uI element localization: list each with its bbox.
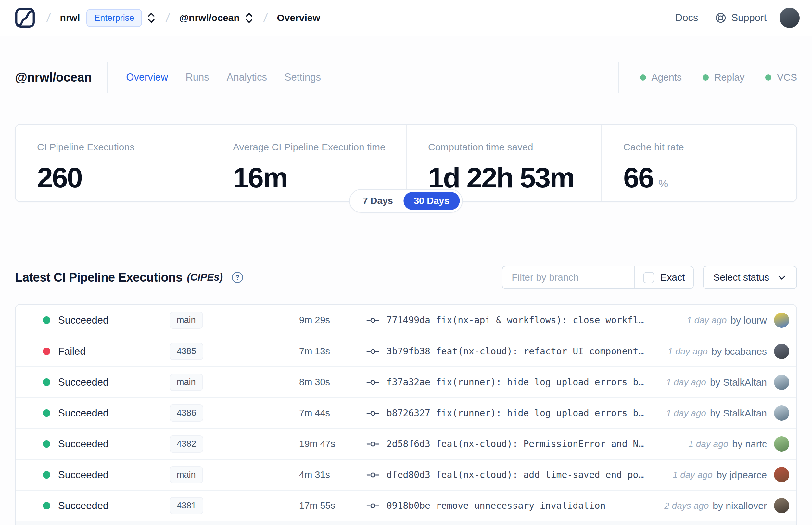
git-commit-icon	[366, 470, 379, 480]
stat-value: 16m	[233, 161, 287, 194]
avatar	[774, 375, 789, 390]
branch-filter-group: Exact	[502, 266, 694, 289]
indicator-agents[interactable]: Agents	[640, 72, 682, 83]
nx-cloud-logo-icon[interactable]	[15, 8, 35, 28]
stat-label: Average CI Pipeline Execution time	[233, 141, 399, 153]
time-ago: 1 day ago	[673, 470, 713, 480]
time-ago: 1 day ago	[666, 377, 706, 388]
org-selector-icon[interactable]	[147, 11, 156, 24]
breadcrumb-page[interactable]: Overview	[277, 12, 320, 24]
duration: 7m 13s	[257, 346, 348, 357]
indicator-label: Replay	[714, 72, 745, 83]
meta-cell: 1 day ago by bcabanes	[668, 344, 789, 359]
status-cell: Succeeded	[43, 469, 170, 481]
git-commit-icon	[366, 409, 379, 418]
status-dot	[43, 502, 50, 509]
indicator-replay[interactable]: Replay	[703, 72, 745, 83]
author: by jdpearce	[717, 469, 767, 480]
author: by StalkAltan	[710, 377, 767, 388]
time-ago: 1 day ago	[688, 439, 728, 449]
help-icon[interactable]: ?	[231, 271, 244, 284]
avatar	[774, 467, 789, 482]
cipe-table-row[interactable]: Succeeded main 9m 29s 771499da fix(nx-ap…	[16, 305, 796, 335]
breadcrumb-org[interactable]: nrwl	[60, 12, 80, 24]
tab-overview[interactable]: Overview	[126, 72, 168, 83]
docs-link[interactable]: Docs	[675, 12, 698, 24]
exact-checkbox[interactable]	[643, 272, 655, 283]
indicator-label: Agents	[652, 72, 682, 83]
workspace-selector-icon[interactable]	[244, 11, 254, 24]
support-label: Support	[731, 12, 767, 24]
duration: 7m 44s	[257, 408, 348, 418]
green-dot-icon	[703, 74, 709, 80]
cipe-table-row[interactable]: Succeeded 4382 19m 47s 2d58f6d3 feat(nx-…	[16, 428, 796, 459]
toggle-7-days[interactable]: 7 Days	[352, 192, 403, 210]
breadcrumb-workspace[interactable]: @nrwl/ocean	[179, 12, 240, 24]
tab-analytics[interactable]: Analytics	[227, 72, 267, 83]
time-ago: 1 day ago	[687, 315, 726, 326]
divider	[107, 62, 108, 93]
user-avatar[interactable]	[780, 8, 800, 28]
indicator-vcs[interactable]: VCS	[765, 72, 797, 83]
meta-cell: 1 day ago by lourw	[687, 313, 789, 328]
cipe-table-row[interactable]: Succeeded main 8m 30s f37a32ae fix(runne…	[16, 366, 796, 397]
stat-label: Computation time saved	[428, 141, 595, 153]
branch-cell: main	[170, 374, 257, 391]
git-commit-icon	[366, 347, 379, 356]
commit-cell: 3b79fb38 feat(nx-cloud): refactor UI com…	[366, 346, 644, 357]
duration: 17m 55s	[257, 500, 348, 511]
status-label: Succeeded	[58, 469, 108, 481]
lifebuoy-icon	[715, 12, 726, 24]
branch-filter-input[interactable]	[503, 266, 634, 288]
commit-cell: 0918b0be remove unnecessary invalidation	[366, 500, 606, 511]
branch-cell: 4386	[170, 404, 257, 422]
navbar-right: Docs Support	[675, 8, 800, 28]
tab-runs[interactable]: Runs	[185, 72, 209, 83]
workspace-header: @nrwl/ocean Overview Runs Analytics Sett…	[15, 62, 797, 93]
status-select-label: Select status	[713, 272, 769, 283]
workspace-title: @nrwl/ocean	[15, 70, 92, 85]
green-dot-icon	[640, 74, 646, 80]
breadcrumb-separator: /	[263, 11, 268, 25]
commit-cell: dfed80d3 feat(nx-cloud): add time-saved …	[366, 469, 644, 480]
cipe-table-row[interactable]: Failed 4385 7m 13s 3b79fb38 feat(nx-clou…	[16, 335, 796, 366]
meta-cell: 1 day ago by StalkAltan	[666, 375, 789, 390]
branch-cell: 4385	[170, 343, 257, 360]
cipe-table-row[interactable]: Succeeded 4381 17m 55s 0918b0be remove u…	[16, 490, 796, 521]
commit-cell: 2d58f6d3 feat(nx-cloud): PermissionError…	[366, 439, 644, 449]
branch-cell: 4382	[170, 435, 257, 452]
top-navbar: / nrwl Enterprise / @nrwl/ocean / Overvi…	[0, 0, 812, 36]
git-commit-icon	[366, 316, 379, 325]
exact-label[interactable]: Exact	[660, 272, 685, 283]
stat-label: Cache hit rate	[623, 141, 790, 153]
support-link[interactable]: Support	[715, 12, 767, 24]
branch-cell: main	[170, 312, 257, 329]
git-commit-icon	[366, 439, 379, 449]
duration: 9m 29s	[257, 315, 348, 326]
status-dot	[43, 440, 50, 448]
commit-cell: b8726327 fix(runner): hide log upload er…	[366, 408, 644, 418]
cipe-table-row[interactable]: Succeeded main 4m 31s dfed80d3 feat(nx-c…	[16, 459, 796, 490]
author: by lourw	[731, 315, 767, 326]
branch-badge: 4385	[170, 343, 203, 360]
enterprise-badge[interactable]: Enterprise	[87, 9, 142, 27]
status-cell: Succeeded	[43, 407, 170, 419]
stat-value: 66	[623, 161, 653, 194]
tab-settings[interactable]: Settings	[285, 72, 321, 83]
cipe-section-header: Latest CI Pipeline Executions (CIPEs) ? …	[15, 266, 797, 289]
commit-text: b8726327 fix(runner): hide log upload er…	[386, 408, 644, 418]
cipe-table-row[interactable]: Succeeded 4386 7m 44s b8726327 fix(runne…	[16, 397, 796, 428]
branch-badge: 4386	[170, 404, 203, 422]
status-select-dropdown[interactable]: Select status	[703, 266, 797, 289]
commit-cell: 771499da fix(nx-api & workflows): close …	[366, 315, 644, 326]
status-cell: Succeeded	[43, 376, 170, 388]
cipe-title-suffix: (CIPEs)	[187, 272, 223, 283]
stats-section: CI Pipeline Executions 260 Average CI Pi…	[15, 124, 797, 202]
toggle-30-days[interactable]: 30 Days	[403, 192, 460, 210]
git-commit-icon	[366, 378, 379, 387]
avatar	[774, 498, 789, 513]
status-dot	[43, 409, 50, 417]
time-ago: 1 day ago	[668, 346, 708, 357]
branch-badge: main	[170, 466, 203, 483]
commit-text: dfed80d3 feat(nx-cloud): add time-saved …	[386, 469, 644, 480]
